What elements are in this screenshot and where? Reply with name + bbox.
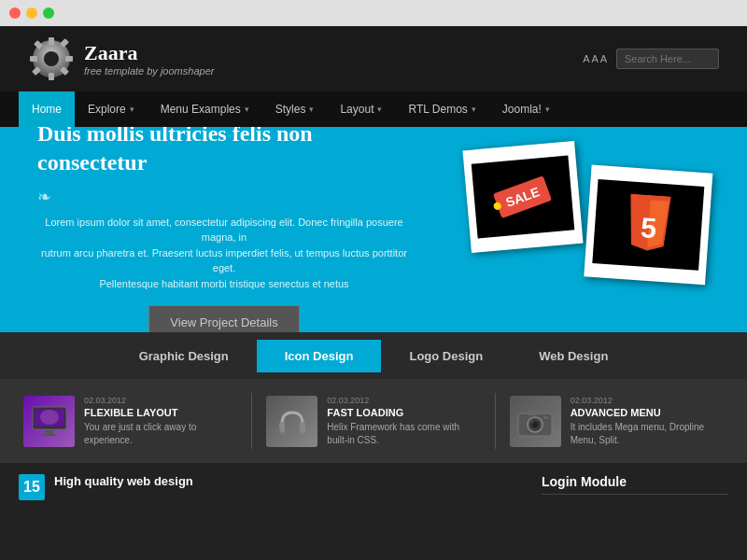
feature-icon-headphone [266,396,317,447]
svg-rect-3 [49,73,54,80]
nav-label-home: Home [32,103,62,116]
bottom-number-badge: 15 [19,474,45,500]
nav-label-joomla: Joomla! [502,103,542,116]
text-size-icons[interactable]: A A A [583,53,607,64]
feature-icon-monitor [23,396,75,447]
nav-item-layout[interactable]: Layout ▾ [327,91,395,127]
gear-icon [28,35,75,82]
polaroid-sale-inner: SALE [472,156,575,239]
logo-text: Zaara free template by joomshaper [84,41,214,77]
nav-label-rtl-demos: RTL Demos [408,103,467,116]
nav-item-rtl-demos[interactable]: RTL Demos ▾ [395,91,488,127]
chevron-down-icon: ▾ [245,105,249,114]
feature-item-flexible-layout: 02.03.2012 FLEXIBLE LAYOUT You are just … [14,396,247,447]
nav-label-layout: Layout [340,103,374,116]
chevron-down-icon: ▾ [377,105,382,114]
browser-dot-yellow[interactable] [26,7,37,19]
nav-label-menu-examples: Menu Examples [161,103,241,116]
svg-rect-5 [65,56,73,62]
html5-svg: 5 [621,193,676,258]
feature-desc-1: You are just a click away to experience. [84,421,237,447]
hero-body-text: Lorem ipsum dolor sit amet, consectetur … [37,215,411,292]
hero-divider-ornament: ❧ [37,187,411,207]
tab-logo-design[interactable]: Logo Design [381,340,511,372]
browser-dot-green[interactable] [43,7,54,19]
feature-item-fast-loading: 02.03.2012 FAST LOADING Helix Framework … [257,396,489,447]
svg-rect-22 [528,410,537,415]
chevron-down-icon: ▾ [472,105,476,114]
tab-graphic-design[interactable]: Graphic Design [111,340,257,372]
chevron-down-icon: ▾ [309,105,314,114]
polaroid-html5: 5 [584,165,712,286]
login-module-area: Login Module [542,474,728,549]
browser-chrome [0,0,747,26]
feature-content-fast-loading: 02.03.2012 FAST LOADING Helix Framework … [327,396,480,447]
site-title: Zaara [84,41,214,65]
feature-divider-2 [495,393,496,449]
nav-item-styles[interactable]: Styles ▾ [262,91,328,127]
logo-area: Zaara free template by joomshaper [28,35,214,82]
svg-text:5: 5 [640,211,657,243]
feature-date-1: 02.03.2012 [84,396,237,405]
main-nav: Home Explore ▾ Menu Examples ▾ Styles ▾ … [0,91,747,127]
svg-point-1 [44,51,59,66]
feature-content-flexible-layout: 02.03.2012 FLEXIBLE LAYOUT You are just … [84,396,237,447]
nav-label-styles: Styles [275,103,306,116]
polaroid-html5-inner: 5 [592,179,704,271]
browser-dot-red[interactable] [9,7,21,19]
svg-rect-2 [49,37,54,45]
sale-tag: SALE [493,175,552,218]
feature-divider-1 [251,393,252,449]
monitor-icon [31,405,68,438]
feature-desc-3: It includes Mega menu, Dropline Menu, Sp… [571,421,724,447]
site-header: Zaara free template by joomshaper A A A [0,26,747,91]
svg-rect-27 [543,416,548,419]
feature-title-2: FAST LOADING [327,407,480,418]
nav-item-menu-examples[interactable]: Menu Examples ▾ [148,91,262,127]
search-input[interactable] [616,49,719,69]
nav-item-home[interactable]: Home [19,91,75,127]
camera-icon [515,404,555,438]
header-right: A A A [583,49,719,69]
svg-rect-16 [46,430,53,434]
hero-banner: Duis mollis ultricies felis non consecte… [0,127,747,332]
svg-point-25 [532,422,538,427]
nav-label-explore: Explore [88,103,126,116]
html5-icon: 5 [621,193,676,258]
nav-item-joomla[interactable]: Joomla! ▾ [489,91,563,127]
feature-date-2: 02.03.2012 [327,396,480,405]
feature-item-advanced-menu: 02.03.2012 ADVANCED MENU It includes Meg… [500,396,733,447]
bottom-section: 15 High quality web design Login Module [0,463,747,560]
tab-web-design[interactable]: Web Design [511,340,636,372]
feature-content-advanced-menu: 02.03.2012 ADVANCED MENU It includes Meg… [571,396,724,447]
svg-rect-19 [300,422,305,433]
chevron-down-icon: ▾ [130,105,134,114]
feature-desc-2: Helix Framework has come with built-in C… [327,421,480,447]
feature-title-3: ADVANCED MENU [571,407,724,418]
svg-rect-4 [30,56,37,62]
tab-icon-design[interactable]: Icon Design [257,340,382,372]
website-container: Zaara free template by joomshaper A A A … [0,26,747,560]
feature-icon-camera [510,396,561,447]
bottom-left-area: 15 High quality web design [19,474,523,549]
login-module-title: Login Module [542,474,728,495]
chevron-down-icon: ▾ [545,105,550,114]
design-tabs-bar: Graphic Design Icon Design Logo Design W… [0,332,747,379]
nav-item-explore[interactable]: Explore ▾ [75,91,148,127]
feature-date-3: 02.03.2012 [571,396,724,405]
hero-text-area: Duis mollis ultricies felis non consecte… [37,127,411,332]
features-row: 02.03.2012 FLEXIBLE LAYOUT You are just … [0,379,747,463]
bottom-heading: High quality web design [54,474,193,488]
hero-images: SALE 5 [467,146,710,272]
view-project-button[interactable]: View Project Details [148,305,299,332]
site-subtitle: free template by joomshaper [84,65,214,77]
bottom-text-content: High quality web design [54,474,193,490]
feature-title-1: FLEXIBLE LAYOUT [84,407,237,418]
svg-point-15 [40,410,59,425]
headphone-icon [275,403,310,439]
hero-heading: Duis mollis ultricies felis non consecte… [37,127,411,177]
polaroid-sale: SALE [462,141,583,253]
svg-rect-17 [42,434,57,436]
svg-point-26 [531,421,533,423]
